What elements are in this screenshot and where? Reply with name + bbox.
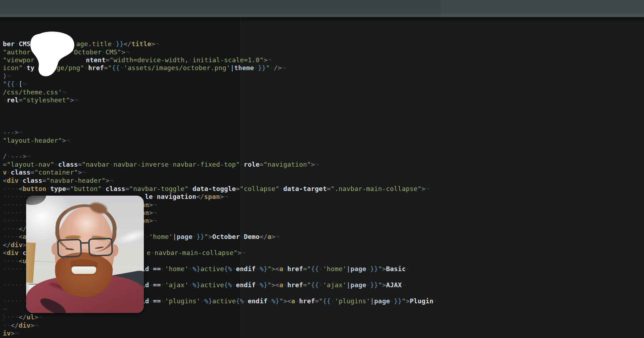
code-line: "author"·content="October·CMS">¬: [0, 48, 644, 56]
code-line: <div·class="navbar-header">¬: [0, 177, 644, 185]
code-line: /css/theme.css'¬: [0, 88, 644, 96]
code-line: --->¬: [0, 128, 644, 136]
title-bar-right-tint: [441, 0, 644, 17]
code-line: ber·CMSage.title·}}</title>¬: [0, 40, 644, 48]
glasses-bridge: [81, 242, 89, 244]
webcam-overlay: [26, 196, 144, 313]
code-line: v·class="container">¬: [0, 168, 644, 176]
picture-frame: [26, 242, 36, 283]
glasses: [57, 237, 113, 258]
code-line: )¬: [0, 72, 644, 80]
lens-flare: [113, 226, 144, 248]
screen: ber·CMSage.title·}}</title>¬"author"·con…: [0, 0, 644, 338]
code-line: icon"·tymage/png"·href="{{·'assets/image…: [0, 64, 644, 72]
code-line: ="layout-nav"·class="navbar·navbar-inver…: [0, 161, 644, 168]
person-head: [53, 206, 116, 291]
code-line: ·rel="stylesheet">¬: [0, 96, 644, 104]
code-line: "layout-header">¬: [0, 137, 644, 144]
code-line: /·--->¬: [0, 152, 644, 160]
editor-top-shadow: [0, 17, 644, 24]
title-bar: [0, 0, 644, 17]
code-line: ··</div>¬: [0, 322, 644, 329]
code-line: iv>¬: [0, 329, 644, 337]
code-line: ····<button·type="button"·class="navbar-…: [0, 185, 644, 193]
smile-teeth: [72, 266, 96, 274]
cursor-blob-overlay: [27, 30, 79, 80]
code-line: "{{·[¬: [0, 80, 644, 88]
code-line: ····</ul>¬: [0, 313, 644, 321]
code-line: "viewporntent="width=device-width,·initi…: [0, 56, 644, 64]
